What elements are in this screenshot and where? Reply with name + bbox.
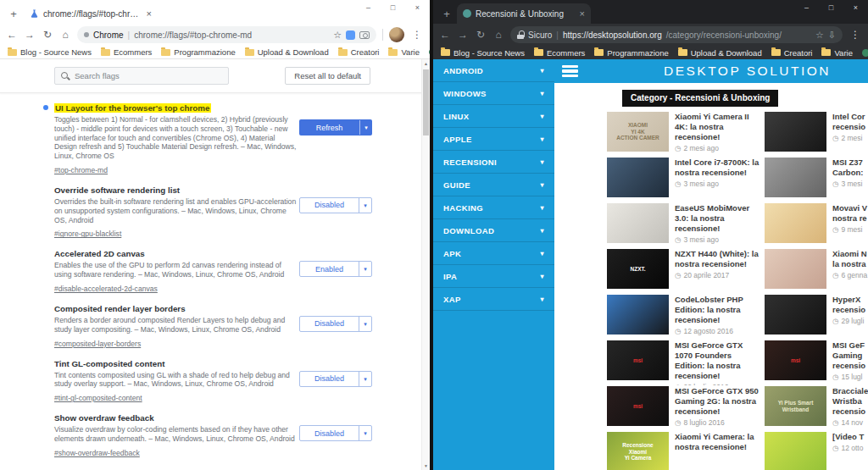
scroll-up-icon[interactable]: ▲: [422, 61, 430, 66]
close-button[interactable]: ×: [405, 0, 430, 16]
home-icon[interactable]: ⌂: [59, 29, 71, 41]
sidebar-item-download[interactable]: DOWNLOAD▾: [433, 219, 554, 242]
article-thumbnail[interactable]: [765, 203, 826, 243]
bookmark-item[interactable]: [862, 49, 868, 57]
article-item[interactable]: Intel Core i7-8700K: la nostra recension…: [607, 158, 761, 202]
article-thumbnail[interactable]: [607, 203, 669, 243]
article-title[interactable]: HyperXrecensio: [832, 295, 868, 315]
flag-setting-dropdown[interactable]: Enabled▾: [299, 261, 372, 277]
minimize-button[interactable]: –: [794, 0, 819, 16]
search-flags-input[interactable]: [75, 71, 222, 80]
back-icon[interactable]: ←: [6, 29, 18, 41]
article-item[interactable]: Xiaomi Nla nostra◷6 genna: [765, 249, 868, 294]
search-flags-box[interactable]: [54, 67, 229, 85]
bookmark-item[interactable]: Upload & Download: [678, 48, 762, 58]
forward-icon[interactable]: →: [24, 29, 36, 41]
article-thumbnail[interactable]: Recensione Xiaomi Yi Camera: [607, 432, 669, 470]
scroll-down-icon[interactable]: ▼: [422, 463, 430, 468]
article-title[interactable]: Intel Correcensio: [832, 112, 868, 132]
dropdown-caret-icon[interactable]: ▾: [359, 198, 371, 213]
article-title[interactable]: NZXT H440 (White): la nostra recensione!: [675, 249, 761, 269]
article-item[interactable]: XIAOMI YI 4K ACTION CAMERXiaomi Yi Camer…: [607, 112, 761, 157]
bookmark-item[interactable]: Varie: [388, 47, 419, 57]
flag-permalink[interactable]: #show-overdraw-feedback: [54, 449, 140, 457]
article-item[interactable]: CodeLobster PHP Edition: la nostra recen…: [607, 295, 761, 340]
flag-permalink[interactable]: #composited-layer-borders: [54, 340, 141, 348]
bookmark-item[interactable]: Creatori: [771, 48, 813, 58]
address-bar[interactable]: Chrome | chrome://flags/#top-chrome-md ☆: [77, 26, 376, 43]
reload-icon[interactable]: ↻: [475, 29, 487, 41]
home-icon[interactable]: ⌂: [492, 29, 504, 41]
article-thumbnail[interactable]: msi: [765, 340, 826, 380]
flag-permalink[interactable]: #top-chrome-md: [54, 166, 108, 174]
bookmark-item[interactable]: Programmazione: [161, 47, 235, 57]
article-item[interactable]: msiMSI GeForce GTX 950 Gaming 2G: la nos…: [607, 386, 761, 431]
sidebar-item-linux[interactable]: LINUX▾: [433, 105, 554, 128]
article-title[interactable]: MSI GeForce GTX 950 Gaming 2G: la nostra…: [675, 386, 761, 417]
article-item[interactable]: HyperXrecensio◷29 lugli: [765, 295, 868, 340]
bookmark-item[interactable]: Ecommers: [101, 47, 152, 57]
article-title[interactable]: Xiaomi Yi Camera II 4K: la nostra recens…: [675, 112, 761, 142]
back-icon[interactable]: ←: [439, 29, 451, 41]
site-logo[interactable]: DESKTOP SOLUTION: [664, 64, 831, 79]
article-thumbnail[interactable]: msi: [607, 386, 669, 426]
article-thumbnail[interactable]: [607, 295, 669, 335]
sidebar-item-android[interactable]: ANDROID▾: [433, 59, 554, 82]
flag-permalink[interactable]: #disable-accelerated-2d-canvas: [54, 285, 158, 293]
article-title[interactable]: BraccialeWristbarecensio: [832, 386, 868, 417]
article-item[interactable]: msiMSI GeFGamingrecensio◷15 lugl: [765, 340, 868, 385]
flag-permalink[interactable]: #ignore-gpu-blacklist: [54, 229, 121, 238]
article-item[interactable]: NZXT.NZXT H440 (White): la nostra recens…: [607, 249, 761, 294]
article-thumbnail[interactable]: msi: [607, 340, 669, 380]
sidebar-item-apple[interactable]: APPLE▾: [433, 128, 554, 151]
article-thumbnail[interactable]: [765, 249, 826, 289]
article-thumbnail[interactable]: XIAOMI YI 4K ACTION CAMER: [607, 112, 669, 152]
article-item[interactable]: EaseUS MobiMover 3.0: la nostra recensio…: [607, 203, 761, 248]
bookmark-item[interactable]: Programmazione: [594, 48, 668, 58]
close-button[interactable]: ×: [843, 0, 868, 16]
minimize-button[interactable]: –: [356, 0, 381, 16]
sidebar-item-xap[interactable]: XAP▾: [433, 288, 554, 311]
article-title[interactable]: [Video T: [832, 432, 868, 442]
bookmark-item[interactable]: Upload & Download: [245, 47, 329, 57]
article-item[interactable]: Movavi Vnostra re◷9 mesi: [765, 203, 868, 248]
flag-setting-dropdown[interactable]: Disabled▾: [299, 425, 372, 441]
maximize-button[interactable]: □: [819, 0, 843, 16]
bookmark-item[interactable]: Creatori: [338, 47, 380, 57]
forward-icon[interactable]: →: [457, 29, 469, 41]
article-thumbnail[interactable]: [765, 112, 826, 152]
dropdown-caret-icon[interactable]: ▾: [359, 120, 372, 135]
flag-refresh-button[interactable]: Refresh▾: [299, 119, 372, 135]
article-title[interactable]: EaseUS MobiMover 3.0: la nostra recensio…: [675, 203, 761, 234]
browser-tab[interactable]: chrome://flags/#top-chrome-md ×: [24, 3, 158, 24]
dropdown-caret-icon[interactable]: ▾: [359, 372, 371, 386]
browser-tab[interactable]: Recensioni & Unboxing ×: [457, 3, 591, 24]
flag-setting-dropdown[interactable]: Disabled▾: [299, 197, 372, 213]
article-item[interactable]: Recensione Xiaomi Yi CameraXiaomi Yi Cam…: [607, 432, 761, 470]
article-title[interactable]: MSI GeFGamingrecensio: [832, 340, 868, 371]
browser-menu-icon[interactable]: ⋮: [849, 29, 862, 41]
dropdown-caret-icon[interactable]: ▾: [359, 317, 371, 331]
article-title[interactable]: Xiaomi Nla nostra: [832, 249, 868, 269]
bookmark-star-icon[interactable]: ☆: [333, 30, 342, 41]
article-item[interactable]: msiMSI GeForce GTX 1070 Founders Edition…: [607, 340, 761, 385]
article-title[interactable]: CodeLobster PHP Edition: la nostra recen…: [675, 295, 761, 325]
sidebar-item-recensioni[interactable]: RECENSIONI▾: [433, 151, 554, 174]
profile-avatar[interactable]: [389, 27, 404, 42]
article-item[interactable]: Intel Correcensio◷2 mesi: [765, 112, 868, 157]
dropdown-caret-icon[interactable]: ▾: [359, 426, 371, 440]
sidebar-item-windows[interactable]: WINDOWS▾: [433, 82, 554, 105]
sidebar-item-apk[interactable]: APK▾: [433, 242, 554, 265]
sidebar-item-guide[interactable]: GUIDE▾: [433, 174, 554, 196]
reset-all-button[interactable]: Reset all to default: [285, 67, 370, 85]
camera-icon[interactable]: [359, 31, 370, 39]
article-thumbnail[interactable]: [765, 432, 826, 470]
hamburger-menu-icon[interactable]: [562, 65, 578, 78]
article-title[interactable]: MSI Z37Carbon:: [832, 158, 868, 178]
article-title[interactable]: Movavi Vnostra re: [832, 203, 868, 224]
dropdown-caret-icon[interactable]: ▾: [359, 262, 371, 276]
sidebar-item-hacking[interactable]: HACKING▾: [433, 196, 554, 219]
bookmark-item[interactable]: [429, 48, 430, 56]
article-item[interactable]: [Video T◷12 otto: [765, 432, 868, 470]
bookmark-item[interactable]: Blog - Source News: [441, 48, 525, 58]
